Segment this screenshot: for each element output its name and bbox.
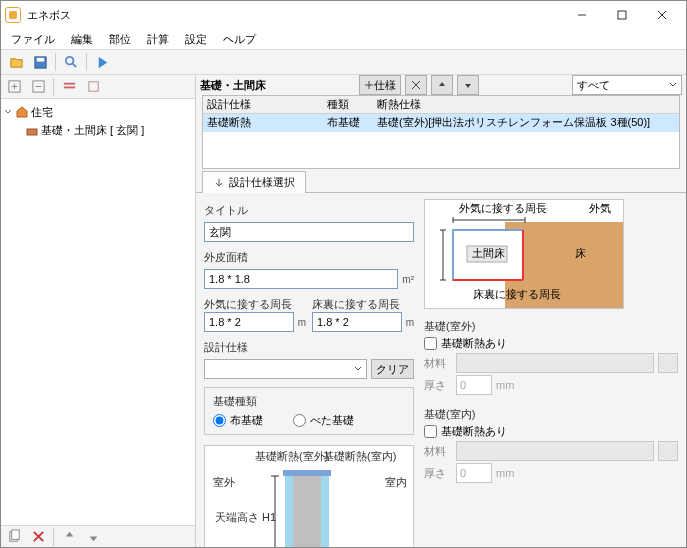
panel-title: 基礎・土間床 [200,78,266,93]
open-icon[interactable] [5,51,27,73]
clear-button[interactable]: クリア [371,359,414,379]
foundation-diagram: 基礎断熱(室外) 基礎断熱(室内) 室外 室内 天端高さ H1 断熱深さ W1 … [204,445,414,547]
ftype-radio-b[interactable]: べた基礎 [293,413,354,428]
perim-in-input[interactable] [312,312,402,332]
svg-text:外気に接する周長: 外気に接する周長 [459,202,547,215]
tree-config-icon[interactable] [58,76,80,98]
mini-diagram: 外気に接する周長 外気 土間床 床 床裏に接する周長 [424,199,624,309]
design-label: 設計仕様 [204,340,414,355]
tree-root[interactable]: 住宅 [3,103,193,121]
svg-rect-0 [618,11,626,19]
tree-root-label: 住宅 [31,105,53,120]
svg-text:外気: 外気 [589,202,611,214]
sec-in-material-btn [658,441,678,461]
title-label: タイトル [204,203,414,218]
foundation-icon [25,123,39,137]
chevron-down-icon [3,107,13,117]
sec-out-thk [456,375,492,395]
app-icon [5,7,21,23]
sec-out-material [456,353,654,373]
arrow-icon [213,177,225,189]
minimize-button[interactable] [562,3,602,27]
titlebar: エネボス [1,1,686,29]
sec-in-check[interactable]: 基礎断熱あり [424,424,678,439]
menu-file[interactable]: ファイル [5,31,61,48]
svg-rect-2 [36,57,44,61]
menu-calc[interactable]: 計算 [141,31,175,48]
grid-header-type: 種類 [323,96,373,113]
tree-view[interactable]: 住宅 基礎・土間床 [ 玄関 ] [1,99,195,525]
svg-rect-16 [283,470,331,476]
tree-child-label: 基礎・土間床 [ 玄関 ] [41,123,144,138]
left-panel: 住宅 基礎・土間床 [ 玄関 ] [1,75,196,547]
sec-out-title: 基礎(室外) [424,319,678,334]
svg-text:土間床: 土間床 [472,247,505,259]
svg-rect-7 [63,87,74,89]
svg-rect-11 [11,530,19,539]
grid-row[interactable]: 基礎断熱 布基礎 基礎(室外)[押出法ポリスチレンフォーム保温板 3種(50)] [203,114,679,132]
menu-settings[interactable]: 設定 [179,31,213,48]
house-icon [15,105,29,119]
perim-out-label: 外気に接する周長 [204,297,306,312]
svg-text:室内: 室内 [385,476,407,488]
right-panel: 基礎・土間床 仕様 すべて 設計仕様 種類 断熱仕様 基礎断熱 布基礎 基礎(室… [196,75,686,547]
svg-rect-14 [285,472,293,547]
delete-icon[interactable] [27,526,49,548]
ftype-radio-a[interactable]: 布基礎 [213,413,263,428]
menu-edit[interactable]: 編集 [65,31,99,48]
down-icon[interactable] [82,526,104,548]
ftype-title: 基礎種類 [213,394,405,409]
grid-header-spec: 設計仕様 [203,96,323,113]
run-icon[interactable] [91,51,113,73]
sec-in-thk [456,463,492,483]
svg-text:床裏に接する周長: 床裏に接する周長 [473,288,561,301]
sec-out-material-btn [658,353,678,373]
copy-icon[interactable] [3,526,25,548]
sec-in-title: 基礎(室内) [424,407,678,422]
svg-text:基礎断熱(室外): 基礎断熱(室外) [255,450,328,462]
svg-rect-9 [27,129,37,135]
area-label: 外皮面積 [204,250,414,265]
sec-in-material [456,441,654,461]
menu-part[interactable]: 部位 [103,31,137,48]
svg-rect-13 [293,472,321,547]
menu-help[interactable]: ヘルプ [217,31,262,48]
tree-child[interactable]: 基礎・土間床 [ 玄関 ] [3,121,193,139]
save-icon[interactable] [29,51,51,73]
panel-up-button[interactable] [431,75,453,95]
svg-point-3 [65,56,73,64]
toolbar [1,49,686,75]
panel-down-button[interactable] [457,75,479,95]
svg-rect-15 [321,472,329,547]
add-spec-button[interactable]: 仕様 [359,75,401,95]
tree-collapse-icon[interactable] [27,76,49,98]
maximize-button[interactable] [602,3,642,27]
panel-delete-button[interactable] [405,75,427,95]
svg-text:室外: 室外 [213,476,235,488]
search-icon[interactable] [60,51,82,73]
sec-out-check[interactable]: 基礎断熱あり [424,336,678,351]
svg-text:天端高さ H1: 天端高さ H1 [215,511,276,523]
area-input[interactable] [204,269,398,289]
perim-out-input[interactable] [204,312,294,332]
title-input[interactable] [204,222,414,242]
chevron-down-icon [669,81,677,89]
design-combo[interactable] [204,359,367,379]
app-title: エネボス [27,8,562,23]
chevron-down-icon [354,365,362,373]
filter-combo[interactable]: すべて [572,75,682,95]
tree-tool-icon[interactable] [82,76,104,98]
close-button[interactable] [642,3,682,27]
perim-in-label: 床裏に接する周長 [312,297,414,312]
svg-rect-6 [63,83,74,85]
svg-text:基礎断熱(室内): 基礎断熱(室内) [323,450,396,462]
menubar: ファイル 編集 部位 計算 設定 ヘルプ [1,29,686,49]
spec-grid[interactable]: 設計仕様 種類 断熱仕様 基礎断熱 布基礎 基礎(室外)[押出法ポリスチレンフォ… [202,95,680,169]
grid-header-insul: 断熱仕様 [373,96,679,113]
svg-rect-8 [88,82,97,91]
up-icon[interactable] [58,526,80,548]
tab-design-spec[interactable]: 設計仕様選択 [202,171,306,193]
tree-expand-icon[interactable] [3,76,25,98]
svg-text:床: 床 [575,247,586,259]
